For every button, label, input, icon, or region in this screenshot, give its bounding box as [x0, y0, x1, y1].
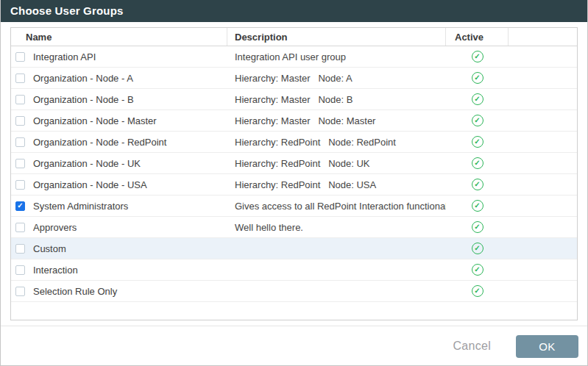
- active-check-circle-icon: ✓: [472, 264, 483, 276]
- row-checkbox[interactable]: [15, 180, 25, 190]
- row-name-cell: Approvers: [11, 222, 227, 233]
- row-name-cell: Selection Rule Only: [11, 286, 227, 297]
- active-check-circle-icon: ✓: [472, 157, 483, 169]
- table-row[interactable]: Selection Rule Only ✓: [11, 281, 577, 302]
- group-name: Integration API: [33, 51, 96, 62]
- table-header-row: Name Description Active: [11, 28, 577, 46]
- row-checkbox[interactable]: [15, 244, 25, 254]
- row-active-cell: ✓: [446, 264, 509, 276]
- row-name-cell: Custom: [11, 243, 227, 254]
- table-row[interactable]: Organization - Node - B Hierarchy: Maste…: [11, 89, 577, 110]
- column-header-active[interactable]: Active: [446, 28, 509, 46]
- table-body: Integration API Integration API user gro…: [11, 46, 577, 302]
- row-active-cell: ✓: [446, 221, 509, 233]
- row-active-cell: ✓: [446, 285, 509, 297]
- column-header-extra: [509, 28, 577, 46]
- row-name-cell: Organization - Node - UK: [11, 158, 227, 169]
- group-description: Gives access to all RedPoint Interaction…: [235, 201, 446, 212]
- group-name: Organization - Node - UK: [33, 158, 141, 169]
- table-row[interactable]: Integration API Integration API user gro…: [11, 46, 577, 68]
- column-header-description[interactable]: Description: [227, 28, 446, 46]
- active-check-circle-icon: ✓: [472, 179, 483, 190]
- table-row[interactable]: Organization - Node - RedPoint Hierarchy…: [11, 132, 577, 153]
- row-active-cell: ✓: [446, 51, 509, 62]
- table-row[interactable]: Organization - Node - A Hierarchy: Maste…: [11, 68, 577, 89]
- table-row[interactable]: Organization - Node - USA Hierarchy: Red…: [11, 174, 577, 195]
- row-active-cell: ✓: [446, 157, 509, 169]
- table-row[interactable]: Organization - Node - UK Hierarchy: RedP…: [11, 153, 577, 174]
- row-checkbox[interactable]: [15, 137, 25, 147]
- active-check-circle-icon: ✓: [472, 285, 483, 297]
- row-checkbox[interactable]: [15, 159, 25, 168]
- group-description: Hierarchy: RedPoint Node: RedPoint: [235, 137, 396, 148]
- column-header-name[interactable]: Name: [11, 28, 227, 46]
- row-name-cell: Organization - Node - Master: [11, 115, 227, 126]
- active-check-circle-icon: ✓: [472, 243, 483, 254]
- row-description-cell: Hierarchy: RedPoint Node: USA: [227, 179, 446, 190]
- dialog-title: Choose User Groups: [10, 4, 124, 17]
- group-name: Organization - Node - RedPoint: [33, 137, 166, 148]
- group-description: Hierarchy: Master Node: A: [235, 73, 353, 84]
- row-description-cell: Integration API user group: [227, 51, 446, 62]
- table-row[interactable]: Organization - Node - Master Hierarchy: …: [11, 110, 577, 132]
- row-active-cell: ✓: [446, 136, 509, 148]
- active-check-circle-icon: ✓: [472, 200, 483, 212]
- active-check-circle-icon: ✓: [472, 136, 483, 148]
- active-check-circle-icon: ✓: [472, 115, 483, 126]
- row-description-cell: Hierarchy: RedPoint Node: RedPoint: [227, 137, 446, 148]
- row-checkbox[interactable]: [15, 201, 25, 211]
- row-description-cell: Hierarchy: Master Node: A: [227, 73, 446, 84]
- active-check-circle-icon: ✓: [472, 221, 483, 233]
- row-name-cell: Organization - Node - RedPoint: [11, 137, 227, 148]
- row-active-cell: ✓: [446, 72, 509, 84]
- group-name: Custom: [33, 243, 66, 254]
- row-active-cell: ✓: [446, 243, 509, 254]
- row-name-cell: Organization - Node - A: [11, 73, 227, 84]
- group-name: Interaction: [33, 265, 78, 276]
- row-description-cell: Hierarchy: Master Node: B: [227, 94, 446, 105]
- row-active-cell: ✓: [446, 179, 509, 190]
- row-checkbox[interactable]: [15, 95, 25, 104]
- row-name-cell: System Administrators: [11, 201, 227, 212]
- row-name-cell: Organization - Node - USA: [11, 179, 227, 190]
- cancel-button[interactable]: Cancel: [453, 340, 491, 353]
- group-name: Organization - Node - Master: [33, 115, 157, 126]
- row-checkbox[interactable]: [15, 287, 25, 296]
- dialog-title-bar: Choose User Groups: [1, 0, 587, 22]
- row-checkbox[interactable]: [15, 52, 25, 62]
- active-check-circle-icon: ✓: [472, 93, 483, 105]
- user-groups-table: Name Description Active Integration API …: [10, 27, 578, 320]
- group-name: Organization - Node - A: [33, 73, 133, 84]
- row-description-cell: Well hello there.: [227, 222, 446, 233]
- row-name-cell: Integration API: [11, 51, 227, 62]
- row-active-cell: ✓: [446, 115, 509, 126]
- group-name: Organization - Node - USA: [33, 179, 147, 190]
- group-name: Approvers: [33, 222, 77, 233]
- active-check-circle-icon: ✓: [472, 51, 483, 62]
- row-checkbox[interactable]: [15, 116, 25, 126]
- row-checkbox[interactable]: [15, 223, 25, 232]
- choose-user-groups-dialog: Choose User Groups Name Description Acti…: [0, 0, 588, 366]
- group-name: System Administrators: [33, 201, 128, 212]
- row-description-cell: Gives access to all RedPoint Interaction…: [227, 201, 446, 212]
- group-description: Hierarchy: Master Node: B: [235, 94, 353, 105]
- group-description: Integration API user group: [235, 51, 346, 62]
- row-description-cell: Hierarchy: RedPoint Node: UK: [227, 158, 446, 169]
- group-name: Organization - Node - B: [33, 94, 134, 105]
- row-checkbox[interactable]: [15, 73, 25, 83]
- table-row[interactable]: System Administrators Gives access to al…: [11, 195, 577, 217]
- group-description: Well hello there.: [235, 222, 303, 233]
- row-active-cell: ✓: [446, 200, 509, 212]
- table-row[interactable]: Approvers Well hello there. ✓: [11, 217, 577, 238]
- row-name-cell: Organization - Node - B: [11, 94, 227, 105]
- dialog-content: Name Description Active Integration API …: [1, 22, 587, 320]
- group-description: Hierarchy: RedPoint Node: UK: [235, 158, 370, 169]
- table-row[interactable]: Custom ✓: [11, 238, 577, 259]
- dialog-footer: Cancel OK: [1, 326, 587, 366]
- table-row[interactable]: Interaction ✓: [11, 259, 577, 281]
- row-active-cell: ✓: [446, 93, 509, 105]
- ok-button[interactable]: OK: [516, 335, 578, 358]
- row-checkbox[interactable]: [15, 265, 25, 275]
- row-name-cell: Interaction: [11, 265, 227, 276]
- group-description: Hierarchy: Master Node: Master: [235, 115, 375, 126]
